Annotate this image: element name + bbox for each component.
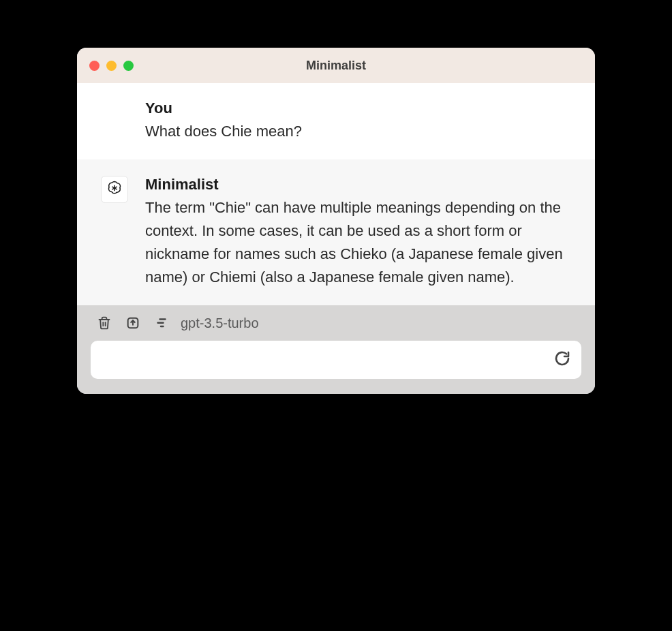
model-label: gpt-3.5-turbo <box>181 316 259 331</box>
titlebar: Minimalist <box>77 48 595 83</box>
svg-rect-3 <box>159 319 166 320</box>
message-assistant: Minimalist The term "Chie" can have mult… <box>77 159 595 305</box>
openai-icon <box>106 179 123 200</box>
upload-icon[interactable] <box>125 315 141 331</box>
settings-icon[interactable] <box>153 315 170 331</box>
message-content: You What does Chie mean? <box>145 99 575 143</box>
refresh-button[interactable] <box>553 350 572 369</box>
avatar-placeholder <box>97 99 132 143</box>
maximize-button[interactable] <box>123 61 134 71</box>
refresh-icon <box>554 350 570 369</box>
assistant-avatar <box>101 176 128 203</box>
svg-rect-5 <box>160 326 164 327</box>
svg-rect-4 <box>157 322 164 324</box>
message-list: You What does Chie mean? Minimalist The … <box>77 83 595 305</box>
avatar-col <box>97 176 132 289</box>
input-row <box>91 341 581 379</box>
toolbar: gpt-3.5-turbo <box>91 315 581 331</box>
sender-label: You <box>145 99 575 117</box>
traffic-lights <box>89 61 134 71</box>
sender-label: Minimalist <box>145 176 575 194</box>
app-window: Minimalist You What does Chie mean? <box>77 48 595 394</box>
footer: gpt-3.5-turbo <box>77 305 595 394</box>
close-button[interactable] <box>89 61 100 71</box>
window-title: Minimalist <box>77 59 595 73</box>
message-content: Minimalist The term "Chie" can have mult… <box>145 176 575 289</box>
message-user: You What does Chie mean? <box>77 83 595 159</box>
trash-icon[interactable] <box>96 315 112 331</box>
message-text: What does Chie mean? <box>145 120 575 143</box>
minimize-button[interactable] <box>106 61 117 71</box>
message-input[interactable] <box>100 353 553 367</box>
message-text: The term "Chie" can have multiple meanin… <box>145 196 575 289</box>
